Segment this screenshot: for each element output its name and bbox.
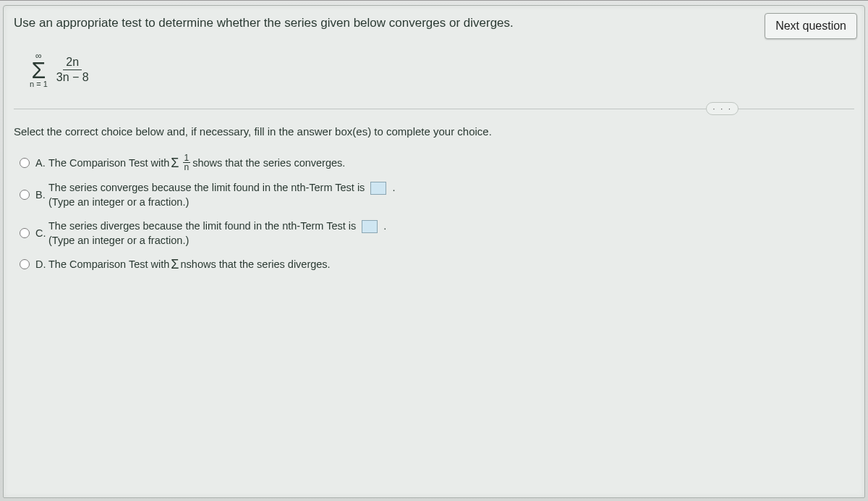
question-panel: Use an appropriate test to determine whe… [3, 5, 865, 498]
series-expression: ∞ Σ n = 1 2n 3n − 8 [30, 46, 864, 93]
choice-b-line2: (Type an integer or a fraction.) [48, 195, 395, 209]
app-shell: Use an appropriate test to determine whe… [0, 0, 868, 501]
choice-b-line1-post: . [392, 182, 395, 193]
choice-b-body: The series converges because the limit f… [48, 180, 395, 210]
choice-c-line1-pre: The series diverges because the limit fo… [48, 220, 359, 232]
choice-d-text-post: shows that the series diverges. [187, 258, 331, 270]
header-row: Use an appropriate test to determine whe… [4, 6, 864, 39]
choice-a[interactable]: A. The Comparison Test with Σ 1 n shows … [20, 153, 864, 172]
choice-a-fraction: 1 n [183, 153, 191, 172]
choice-b-radio[interactable] [20, 190, 30, 200]
section-divider: · · · [14, 109, 854, 109]
next-question-button[interactable]: Next question [765, 13, 857, 39]
series-fraction: 2n 3n − 8 [54, 56, 92, 84]
choice-b[interactable]: B. The series converges because the limi… [20, 180, 864, 210]
choice-d-radio[interactable] [20, 259, 30, 269]
choice-b-line1-pre: The series converges because the limit f… [48, 182, 367, 193]
choice-b-answer-input[interactable] [370, 182, 386, 195]
sigma-lower-bound: n = 1 [30, 80, 48, 88]
choice-c-body: The series diverges because the limit fo… [48, 219, 386, 248]
choice-a-text-pre: The Comparison Test with [48, 157, 169, 169]
choice-d-label: D. [35, 258, 48, 270]
fraction-denominator: 3n − 8 [54, 70, 92, 84]
choice-a-radio[interactable] [20, 158, 30, 168]
choice-d[interactable]: D. The Comparison Test with Σn shows tha… [20, 256, 864, 271]
choice-a-body: The Comparison Test with Σ 1 n shows tha… [48, 153, 345, 172]
choice-a-frac-den: n [183, 163, 191, 172]
choice-d-sigma: Σ [171, 257, 179, 272]
choice-a-sigma: Σ [171, 156, 179, 171]
sigma-notation: ∞ Σ n = 1 [30, 51, 48, 88]
choice-c-line1-post: . [383, 220, 386, 232]
overflow-ellipsis[interactable]: · · · [706, 102, 739, 115]
question-prompt: Use an appropriate test to determine whe… [14, 13, 765, 30]
choice-c-radio[interactable] [20, 228, 30, 238]
choice-a-text-post: shows that the series converges. [192, 157, 345, 169]
choice-c-line2: (Type an integer or a fraction.) [48, 233, 386, 248]
choice-d-text-pre: The Comparison Test with [48, 258, 169, 270]
choice-a-label: A. [35, 157, 48, 169]
instruction-text: Select the correct choice below and, if … [14, 125, 864, 138]
sigma-symbol: Σ [30, 61, 48, 80]
choice-b-label: B. [35, 189, 48, 201]
choice-c[interactable]: C. The series diverges because the limit… [20, 219, 864, 248]
choice-c-answer-input[interactable] [362, 220, 378, 233]
choice-d-body: The Comparison Test with Σn shows that t… [48, 256, 331, 271]
choice-c-label: C. [35, 227, 48, 239]
fraction-numerator: 2n [63, 56, 82, 70]
answer-choices: A. The Comparison Test with Σ 1 n shows … [20, 153, 864, 271]
choice-d-term: n [181, 258, 187, 270]
